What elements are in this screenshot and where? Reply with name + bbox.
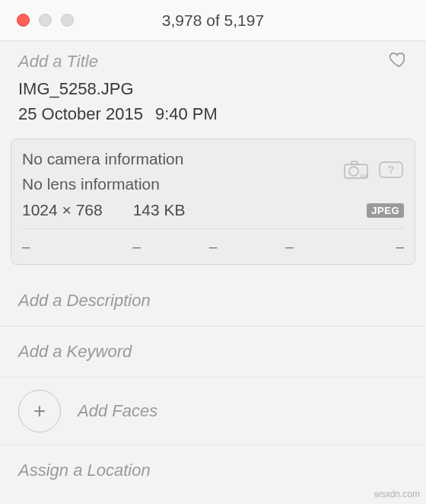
zoom-window-button[interactable]	[61, 14, 74, 27]
plus-icon: +	[33, 399, 46, 423]
camera-info: No camera information	[22, 147, 183, 172]
metadata-card: No camera information No lens informatio…	[11, 139, 415, 265]
heart-icon[interactable]	[386, 49, 408, 75]
svg-text:WB: WB	[360, 174, 369, 179]
faces-row[interactable]: + Add Faces	[0, 377, 426, 445]
add-face-button[interactable]: +	[18, 390, 61, 432]
svg-text:?: ?	[388, 164, 394, 176]
exif-summary-row: – – – – –	[22, 228, 404, 264]
exif-cell: –	[251, 229, 327, 264]
format-icon[interactable]: ?	[378, 159, 404, 184]
minimize-window-button[interactable]	[39, 14, 52, 27]
description-input[interactable]: Add a Description	[0, 276, 426, 326]
titlebar: 3,978 of 5,197	[0, 0, 426, 41]
filename: IMG_5258.JPG	[0, 76, 426, 101]
wb-icon[interactable]: WB	[343, 159, 370, 184]
title-input[interactable]: Add a Title	[18, 52, 98, 72]
dimensions: 1024 × 768	[22, 201, 103, 219]
watermark: wsxdn.com	[374, 489, 420, 499]
exif-cell: –	[328, 229, 404, 264]
exif-cell: –	[22, 229, 98, 264]
svg-point-2	[349, 167, 358, 176]
svg-rect-1	[351, 161, 358, 164]
time: 9:40 PM	[155, 104, 218, 123]
keyword-input[interactable]: Add a Keyword	[0, 326, 426, 377]
location-input[interactable]: Assign a Location	[0, 445, 426, 496]
traffic-lights	[0, 14, 74, 27]
exif-cell: –	[175, 229, 251, 264]
title-row: Add a Title	[0, 41, 426, 76]
close-window-button[interactable]	[17, 14, 30, 27]
filesize: 143 KB	[133, 201, 186, 219]
format-badge: JPEG	[367, 203, 404, 218]
faces-label: Add Faces	[78, 401, 157, 421]
date: 25 October 2015	[18, 104, 143, 123]
lens-info: No lens information	[22, 172, 183, 197]
exif-cell: –	[98, 229, 174, 264]
date-time: 25 October 20159:40 PM	[0, 101, 426, 126]
